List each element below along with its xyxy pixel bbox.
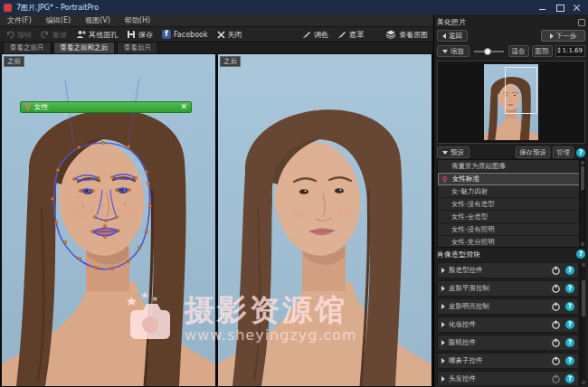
- redo-button[interactable]: 重做: [41, 30, 67, 40]
- section-label: 头发控件: [449, 374, 476, 383]
- next-button[interactable]: 下一步: [541, 30, 586, 42]
- sliders-help-icon[interactable]: ?: [576, 250, 585, 259]
- brush-icon: [302, 30, 311, 39]
- zoom-ratio-value: 1:1.69: [563, 47, 583, 54]
- preset-item-glamorous[interactable]: 女-魅力四射: [438, 185, 584, 198]
- close-window-button[interactable]: [573, 4, 581, 11]
- maximize-button[interactable]: [555, 4, 564, 11]
- tab-view-before-only[interactable]: 查看之前只: [3, 42, 52, 53]
- zoom-slider[interactable]: [472, 47, 506, 56]
- view-original-button[interactable]: 查看原图: [385, 30, 428, 40]
- expand-icon: [441, 340, 445, 345]
- sliders-scrollbar[interactable]: [580, 262, 585, 385]
- menu-help[interactable]: 帮助(H): [118, 14, 157, 27]
- undo-icon: [5, 30, 14, 39]
- preset-item-full-lighting[interactable]: 女性-充分照明: [438, 236, 584, 248]
- scroll-down-icon[interactable]: [582, 381, 585, 384]
- section-skin-smoothing[interactable]: 皮肤平滑控制 ?: [437, 280, 579, 297]
- preset-item-female-standard[interactable]: ♀ 女性标准: [438, 173, 584, 185]
- preset-label: 女性-全造型: [451, 212, 488, 222]
- scroll-up-icon[interactable]: [581, 161, 584, 165]
- scrollbar-thumb[interactable]: [581, 166, 584, 190]
- other-faces-button[interactable]: 其他面孔: [76, 30, 118, 40]
- section-eye[interactable]: 眼睛控件 ?: [437, 335, 579, 351]
- tab-view-before-and-after[interactable]: 查看之前和之后: [53, 42, 116, 53]
- save-button[interactable]: 保存: [127, 30, 153, 40]
- female-pin-icon: ♀: [441, 175, 447, 184]
- minimize-button[interactable]: [538, 4, 546, 11]
- power-toggle-icon[interactable]: [551, 284, 561, 294]
- section-makeup[interactable]: 化妆控件 ?: [437, 316, 579, 333]
- help-icon[interactable]: ?: [565, 284, 574, 293]
- power-toggle-icon[interactable]: [551, 374, 561, 384]
- zoom-fit-button[interactable]: 适合: [508, 45, 529, 57]
- power-toggle-icon[interactable]: [551, 338, 561, 348]
- help-icon[interactable]: ?: [565, 302, 574, 311]
- menu-view[interactable]: 视图(V): [78, 14, 118, 27]
- preset-item-reset[interactable]: 将重置为原始图像: [438, 160, 584, 173]
- before-label: 之前: [4, 56, 24, 67]
- zoom-ratio-field[interactable]: 1:1.69: [555, 45, 585, 57]
- presets-scrollbar[interactable]: [579, 160, 584, 247]
- preset-item-no-styling[interactable]: 女性-没有造型: [438, 198, 584, 211]
- back-button[interactable]: 返回: [437, 30, 468, 42]
- mask-brush-button[interactable]: 遮罩: [337, 30, 364, 40]
- section-face-sculpt[interactable]: 脸造型控件 ?: [437, 262, 579, 278]
- preset-label: 女性标准: [452, 175, 479, 184]
- step-nav: 返回 下一步: [437, 28, 585, 43]
- power-toggle-icon[interactable]: [551, 320, 561, 330]
- preset-item-full-styling[interactable]: 女性-全造型: [438, 211, 584, 223]
- ratio-spinner-icon[interactable]: [557, 47, 561, 53]
- tint-brush-button[interactable]: 调色: [302, 30, 328, 40]
- help-icon[interactable]: ?: [565, 338, 574, 347]
- zoom-face-button[interactable]: 面部: [532, 45, 553, 57]
- section-skin-lighting[interactable]: 皮肤明亮控制 ?: [437, 298, 579, 315]
- help-icon[interactable]: ?: [565, 374, 574, 383]
- help-icon[interactable]: ?: [565, 320, 574, 329]
- presets-help-icon[interactable]: ?: [576, 148, 585, 157]
- undo-button[interactable]: 撤销: [5, 30, 32, 40]
- close-image-button[interactable]: 关闭: [217, 30, 242, 40]
- expand-icon: [441, 358, 445, 363]
- navigator[interactable]: [437, 61, 585, 144]
- zoom-slider-thumb[interactable]: [484, 48, 491, 55]
- save-preset-label: 保存预设: [519, 147, 546, 157]
- section-label: 眼睛控件: [449, 338, 476, 347]
- other-faces-label: 其他面孔: [89, 30, 118, 40]
- gender-bar[interactable]: ♀ 女性 ✕: [20, 101, 192, 113]
- section-hair[interactable]: 头发控件 ?: [437, 371, 579, 385]
- scrollbar-thumb[interactable]: [582, 280, 585, 316]
- popout-icon[interactable]: [578, 19, 585, 26]
- gender-bar-close-icon[interactable]: ✕: [180, 102, 187, 112]
- section-mouth-nose[interactable]: 嘴鼻子控件 ?: [437, 353, 579, 369]
- before-image-pane[interactable]: 之前 ♀ 女性 ✕: [2, 54, 215, 386]
- preset-list: 将重置为原始图像 ♀ 女性标准 女-魅力四射 女性-没有造型 女性-全造型 女性…: [437, 159, 585, 248]
- zoom-label: 缩放: [450, 46, 464, 56]
- preset-label: 女性-没有造型: [451, 200, 495, 209]
- power-toggle-icon[interactable]: [551, 302, 561, 312]
- undo-label: 撤销: [17, 30, 32, 40]
- tab-view-after-only[interactable]: 查看后只: [117, 42, 158, 53]
- zoom-collapse-button[interactable]: 缩放: [437, 45, 469, 57]
- preset-item-no-lighting[interactable]: 女性-没有照明: [438, 223, 584, 236]
- facebook-button[interactable]: f Facebook: [162, 30, 208, 39]
- manage-presets-button[interactable]: 管理: [553, 146, 574, 158]
- section-label: 皮肤平滑控制: [449, 284, 489, 293]
- scroll-down-icon[interactable]: [581, 242, 584, 246]
- after-image-pane[interactable]: 之后: [218, 54, 432, 386]
- app-logo-icon: [4, 4, 12, 12]
- power-toggle-icon[interactable]: [551, 356, 561, 366]
- menu-edit[interactable]: 编辑(E): [39, 14, 78, 27]
- preset-label: 将重置为原始图像: [451, 162, 506, 171]
- view-tab-bar: 查看之前只 查看之前和之后 查看后只: [0, 42, 433, 53]
- portraitpro-window: 7图片.JPG* - PortraitPro 文件(F) 编辑(E) 视图(V)…: [0, 0, 588, 387]
- save-preset-button[interactable]: 保存预设: [516, 146, 550, 158]
- help-icon[interactable]: ?: [565, 356, 574, 365]
- presets-label: 预设: [450, 147, 464, 157]
- presets-collapse-button[interactable]: 预设: [437, 146, 469, 158]
- help-icon[interactable]: ?: [565, 266, 574, 275]
- power-toggle-icon[interactable]: [551, 266, 561, 276]
- navigator-crop-rect[interactable]: [505, 67, 537, 114]
- menu-file[interactable]: 文件(F): [0, 14, 39, 27]
- scroll-up-icon[interactable]: [582, 263, 585, 267]
